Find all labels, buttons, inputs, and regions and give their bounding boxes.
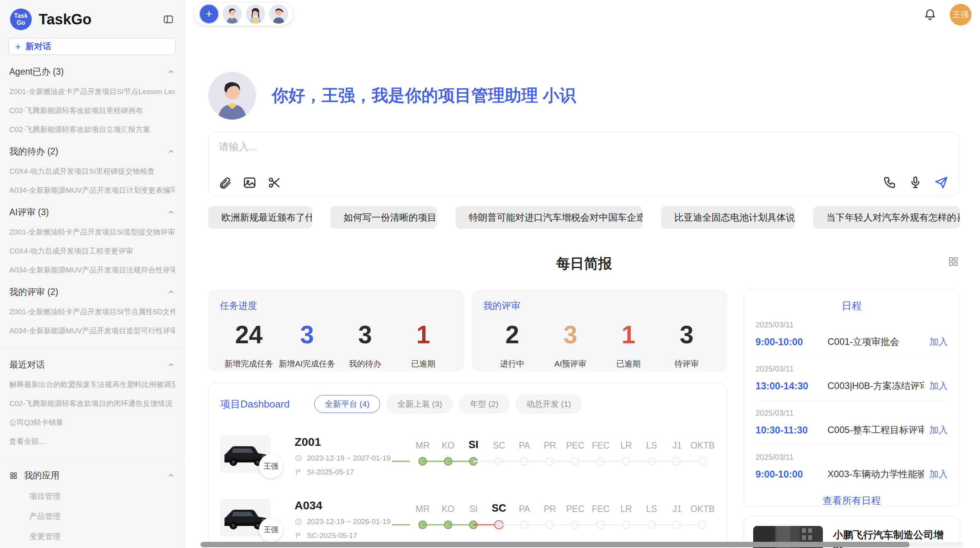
schedule-item: 2025/03/1113:00-14:30C003|H0B-方案冻结评审加入 bbox=[756, 357, 948, 401]
milestone-label: PEC bbox=[563, 437, 588, 451]
project-row: 王强Z0012023-12-19 ~ 2027-01-19SI-2025-05-… bbox=[220, 435, 715, 476]
horizontal-scrollbar bbox=[200, 542, 963, 547]
milestone-label: LR bbox=[613, 500, 639, 514]
milestone-label: KO bbox=[435, 500, 461, 514]
schedule-date: 2025/03/11 bbox=[756, 320, 948, 329]
attachment-icon[interactable] bbox=[218, 176, 232, 190]
recent-chat-item[interactable]: C02-飞腾新能源轻客改款项目的闭环通告反馈情况 bbox=[9, 399, 175, 409]
filter-chip[interactable]: 全新平台 (4) bbox=[314, 395, 380, 413]
stat-label: AI预评审 bbox=[541, 358, 600, 369]
join-link[interactable]: 加入 bbox=[929, 380, 948, 392]
sidebar-task-item[interactable]: C02-飞腾新能源轻客改款项目立项汇报方案 bbox=[9, 125, 175, 135]
sidebar-task-item[interactable]: C0X4-动力总成开发项目工程变更评审 bbox=[9, 246, 175, 256]
milestone: J1 bbox=[665, 437, 690, 467]
milestone: SI bbox=[461, 500, 487, 531]
recent-chat-item[interactable]: 公司Q3轻卡销量 bbox=[9, 418, 175, 428]
chevron-up-icon[interactable] bbox=[167, 472, 175, 480]
stat-item: 3我的待办 bbox=[336, 320, 394, 369]
filter-chip[interactable]: 动总开发 (1) bbox=[516, 395, 582, 413]
sidebar-task-item[interactable]: C02-飞腾新能源轻客改款项目里程碑画布 bbox=[9, 106, 175, 116]
sidebar-header: Task Go TaskGo bbox=[0, 0, 184, 36]
send-icon[interactable] bbox=[934, 175, 949, 190]
join-link[interactable]: 加入 bbox=[929, 468, 948, 480]
sidebar-section-recent: 最近对话 bbox=[9, 359, 175, 371]
milestone-track: MRKOSISCPAPRPECFECLRLSJ1OKTB bbox=[410, 437, 715, 467]
horizontal-scrollbar-thumb[interactable] bbox=[200, 542, 910, 547]
greeting-block: 你好，王强，我是你的项目管理助理 小识 bbox=[208, 72, 960, 120]
layout-grid-icon[interactable] bbox=[947, 256, 959, 267]
join-link[interactable]: 加入 bbox=[929, 336, 948, 348]
dashboard-filters: 全新平台 (4)全新上装 (3)年型 (2)动总开发 (1) bbox=[314, 395, 581, 413]
milestone: LR bbox=[613, 500, 639, 531]
milestone-label: PA bbox=[512, 500, 537, 514]
app-title: TaskGo bbox=[39, 11, 163, 28]
milestone: LS bbox=[639, 437, 665, 467]
milestone-dot[interactable] bbox=[698, 521, 707, 529]
view-all-schedule-link[interactable]: 查看所有日程 bbox=[756, 489, 948, 507]
project-image: 王强 bbox=[220, 499, 271, 536]
sidebar-section-0-title: Agent已办 (3) bbox=[9, 66, 64, 78]
milestone-dot[interactable] bbox=[698, 457, 707, 466]
filter-chip[interactable]: 年型 (2) bbox=[459, 395, 509, 413]
sidebar-task-item[interactable]: A034-全新新能源MUV产品开发项目法规符合性评审 bbox=[9, 265, 175, 275]
chevron-up-icon[interactable] bbox=[167, 148, 175, 156]
suggestion-chip[interactable]: 特朗普可能对进口汽车增税会对中国车企造成哪些影响 bbox=[456, 206, 642, 229]
milestone-label: LR bbox=[613, 437, 639, 451]
schedule-title-text: C005-整车工程目标评审 bbox=[828, 424, 924, 436]
schedule-title-text: X003-车辆动力学性能验... bbox=[828, 468, 924, 480]
stat-item: 1已逾期 bbox=[394, 320, 452, 369]
suggestion-chip[interactable]: 如何写一份清晰的项目周报 bbox=[331, 206, 437, 229]
sidebar-task-item[interactable]: Z001-全新燃油皮卡产品开发项目SI节点Lesson Learn报告 bbox=[9, 87, 175, 97]
milestone: SI bbox=[461, 437, 487, 467]
milestone: PA bbox=[512, 437, 537, 467]
sidebar-task-item[interactable]: Z001-全新燃油轻卡产品开发项目SI节点属性5D文件评审 bbox=[9, 307, 175, 317]
sidebar-task-item[interactable]: A034-全新新能源MUV产品开发项目计划变更表编写 bbox=[9, 185, 175, 195]
milestone: FEC bbox=[588, 500, 613, 531]
milestone-label: J1 bbox=[665, 500, 690, 514]
filter-chip[interactable]: 全新上装 (3) bbox=[387, 395, 453, 413]
chevron-up-icon[interactable] bbox=[167, 68, 175, 76]
milestone-label: PEC bbox=[563, 500, 588, 514]
schedule-date: 2025/03/11 bbox=[756, 365, 948, 373]
chat-input[interactable] bbox=[219, 141, 949, 153]
sidebar-task-item[interactable]: Z001-全新燃油轻卡产品开发项目SI造型提交物评审 bbox=[9, 227, 175, 237]
briefing-title: 每日简报 bbox=[556, 255, 612, 271]
stat-label: 新增AI完成任务 bbox=[278, 358, 336, 369]
sidebar-section-0: Agent已办 (3) bbox=[9, 66, 175, 78]
app-item[interactable]: 变更管理 bbox=[29, 531, 175, 542]
scissors-icon[interactable] bbox=[267, 176, 281, 190]
collapse-sidebar-icon[interactable] bbox=[163, 14, 174, 25]
app-item[interactable]: 项目管理 bbox=[29, 491, 175, 502]
milestone-label: MR bbox=[410, 500, 435, 514]
milestone: PEC bbox=[563, 437, 588, 467]
sidebar-task-item[interactable]: A034-全新新能源MUV产品开发项目造型可行性评审 bbox=[9, 326, 175, 336]
suggestion-chip[interactable]: 欧洲新规最近颁布了什么? bbox=[208, 206, 312, 229]
milestone: SC bbox=[486, 437, 512, 467]
schedule-time: 9:00-10:00 bbox=[756, 336, 828, 348]
milestone-label: SI bbox=[461, 437, 487, 451]
recent-chat-item[interactable]: 解释最新出台的欧盟报废车法规再生塑料比例被调至15%... bbox=[9, 380, 175, 390]
schedule-time: 13:00-14:30 bbox=[756, 380, 828, 392]
app-item[interactable]: 产品管理 bbox=[29, 511, 175, 522]
project-dates: 2023-12-19 ~ 2026-01-19 bbox=[295, 517, 394, 526]
stat-value: 3 bbox=[278, 320, 336, 349]
suggestion-chip[interactable]: 当下年轻人对汽车外观有怎样的喜好趋势 bbox=[813, 206, 960, 229]
stat-value: 3 bbox=[658, 320, 716, 349]
chevron-up-icon[interactable] bbox=[167, 361, 175, 369]
chat-composer bbox=[208, 132, 960, 196]
image-icon[interactable] bbox=[243, 176, 257, 190]
suggestion-chip[interactable]: 比亚迪全固态电池计划具体说了什么 bbox=[661, 206, 795, 229]
chevron-up-icon[interactable] bbox=[167, 209, 175, 216]
briefing-header: 每日简报 bbox=[208, 254, 960, 273]
new-chat-button[interactable]: + 新对话 bbox=[9, 38, 176, 55]
assistant-avatar bbox=[208, 72, 256, 120]
microphone-icon[interactable] bbox=[908, 175, 922, 189]
join-link[interactable]: 加入 bbox=[929, 424, 948, 436]
chevron-up-icon[interactable] bbox=[167, 288, 175, 296]
milestone-label: PR bbox=[537, 500, 563, 514]
schedule-title-text: C003|H0B-方案冻结评审 bbox=[828, 380, 924, 392]
recent-view-all-link[interactable]: 查看全部... bbox=[9, 437, 175, 447]
phone-icon[interactable] bbox=[883, 175, 897, 189]
sidebar-task-item[interactable]: C0X4-动力总成开发项目SI里程碑提交物检查 bbox=[9, 166, 175, 176]
project-code: A034 bbox=[295, 499, 394, 512]
